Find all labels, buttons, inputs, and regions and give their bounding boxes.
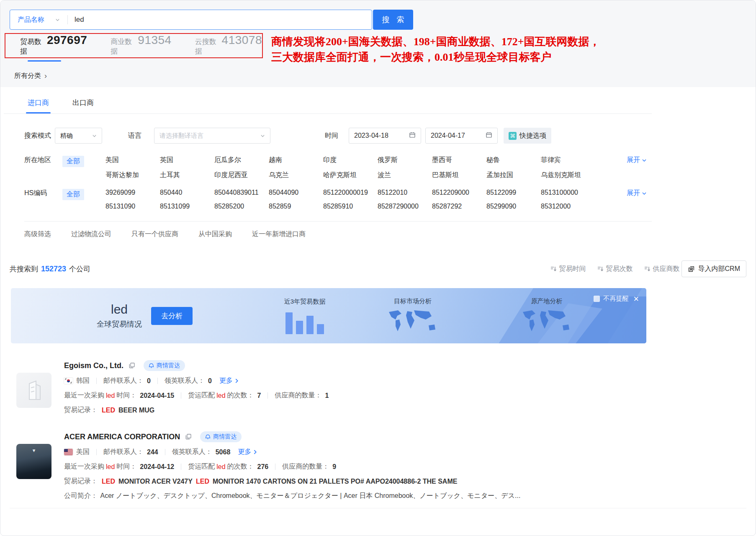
hs-code-item[interactable]: 852859 (269, 203, 323, 210)
breadcrumb[interactable]: 所有分类 › (14, 72, 746, 80)
region-item[interactable]: 美国 (105, 156, 160, 165)
analyze-button[interactable]: 去分析 (151, 307, 193, 325)
match-count: 7 (257, 392, 261, 399)
hs-code-item[interactable]: 85285200 (214, 203, 269, 210)
sort-label: 贸易次数 (606, 265, 633, 273)
count-prefix: 共搜索到 (10, 264, 38, 274)
advanced-filter-item[interactable]: 从中国采购 (198, 230, 232, 239)
company-thumbnail[interactable] (16, 373, 51, 408)
tab-importer[interactable]: 进口商 (24, 95, 52, 113)
hs-code-item[interactable]: 85287290000 (378, 203, 432, 210)
stat-cloud-data[interactable]: 云搜数据 413078 (195, 34, 262, 58)
advanced-filter-item[interactable]: 只有一个供应商 (131, 230, 178, 239)
hs-grid: 3926909985044085044083901185044090851220… (105, 189, 595, 210)
sort-option[interactable]: 贸易次数 (597, 265, 633, 273)
region-item[interactable]: 俄罗斯 (378, 156, 432, 165)
stat-trade-data[interactable]: 贸易数据 297697 (20, 34, 87, 58)
keyword-highlight: led (106, 463, 115, 471)
quick-options-button[interactable]: ⌘ 快捷选项 (504, 128, 551, 144)
radar-icon (205, 434, 211, 440)
radar-badge[interactable]: 商情雷达 (200, 431, 242, 442)
region-all-pill[interactable]: 全部 (62, 156, 84, 167)
copy-icon[interactable] (185, 433, 192, 440)
hs-code-item[interactable]: 39269099 (105, 189, 160, 196)
language-select[interactable]: 请选择翻译语言 (154, 128, 270, 144)
hs-expand-link[interactable]: 展开 (627, 189, 647, 198)
hs-code-item[interactable]: 85044090 (269, 189, 323, 196)
region-expand-link[interactable]: 展开 (627, 156, 647, 165)
region-item[interactable]: 哈萨克斯坦 (323, 171, 378, 180)
sort-option[interactable]: 供应商数 (644, 265, 680, 273)
region-item[interactable]: 波兰 (378, 171, 432, 180)
region-item[interactable]: 英国 (160, 156, 214, 165)
results-header: 共搜索到 152723 个公司 贸易时间 贸易次数 供应商数 (10, 260, 746, 277)
region-item[interactable]: 哥斯达黎加 (105, 171, 160, 180)
origin-title: 原产地分析 (505, 297, 589, 305)
hs-code-item[interactable]: 85285910 (323, 203, 378, 210)
search-box: 产品名称 (10, 10, 372, 30)
stat-business-data[interactable]: 商业数据 91354 (111, 34, 171, 58)
search-input[interactable] (68, 15, 372, 24)
region-item[interactable]: 土耳其 (160, 171, 214, 180)
radar-badge[interactable]: 商情雷达 (144, 360, 185, 371)
company-main: Egoism Co., Ltd. 商情雷达 韩国 邮件联系人： (64, 360, 746, 415)
hs-code-item[interactable]: 85122099 (486, 189, 541, 196)
region-item[interactable]: 秘鲁 (486, 156, 541, 165)
more-link[interactable]: 更多 (238, 448, 258, 456)
company-name[interactable]: Egoism Co., Ltd. (64, 361, 123, 370)
hs-code-item[interactable]: 85299090 (486, 203, 541, 210)
hs-code-item[interactable]: 85287292 (432, 203, 486, 210)
search-mode-select[interactable]: 精确 (55, 128, 102, 144)
email-contacts-value: 244 (147, 448, 158, 456)
record-label: 贸易记录： (64, 477, 98, 486)
hs-code-item[interactable]: 851220000019 (323, 189, 378, 196)
hs-row-1: 3926909985044085044083901185044090851220… (105, 189, 595, 196)
hs-code-item[interactable]: 850440839011 (214, 189, 269, 196)
hs-code-item[interactable]: 8513100000 (541, 189, 595, 196)
import-icon (688, 265, 695, 273)
more-link[interactable]: 更多 (219, 376, 239, 385)
date-from-input[interactable]: 2023-04-18 (349, 128, 421, 144)
hs-code-item[interactable]: 85131090 (105, 203, 160, 210)
company-thumbnail[interactable]: ▾ (16, 444, 51, 479)
dismiss-checkbox[interactable] (594, 296, 600, 302)
chevron-down-icon (260, 134, 265, 138)
hs-all-pill[interactable]: 全部 (62, 189, 84, 200)
region-item[interactable]: 乌兹别克斯坦 (541, 171, 595, 180)
trade-record-row: 贸易记录： LED MONITOR ACER V247Y LED MONITOR… (64, 477, 746, 486)
company-name[interactable]: ACER AMERICA CORPORATION (64, 433, 180, 441)
close-icon[interactable]: × (633, 296, 639, 302)
region-item[interactable]: 菲律宾 (541, 156, 595, 165)
hs-code-item[interactable]: 85122010 (378, 189, 432, 196)
region-item[interactable]: 孟加拉国 (486, 171, 541, 180)
import-crm-button[interactable]: 导入内部CRM (681, 260, 746, 277)
region-item[interactable]: 印度 (323, 156, 378, 165)
separator (165, 449, 165, 455)
tab-exporter[interactable]: 出口商 (69, 95, 97, 113)
region-item[interactable]: 厄瓜多尔 (214, 156, 269, 165)
advanced-filter-item[interactable]: 过滤物流公司 (71, 230, 111, 239)
advanced-filter-item[interactable]: 近一年新增进口商 (252, 230, 306, 239)
record-keyword: LED (102, 407, 115, 414)
calendar-icon (409, 131, 416, 140)
hs-code-item[interactable]: 8512209000 (432, 189, 486, 196)
date-to-input[interactable]: 2024-04-17 (425, 128, 498, 144)
region-item[interactable]: 巴基斯坦 (432, 171, 486, 180)
search-category-dropdown[interactable]: 产品名称 (10, 15, 67, 24)
hs-code-item[interactable]: 85131099 (160, 203, 214, 210)
region-item[interactable]: 墨西哥 (432, 156, 486, 165)
copy-icon[interactable] (129, 362, 135, 369)
region-item[interactable]: 乌克兰 (269, 171, 323, 180)
separator (267, 392, 268, 399)
region-item[interactable]: 印度尼西亚 (214, 171, 269, 180)
hs-code-item[interactable]: 85312000 (541, 203, 595, 210)
advanced-filter-item[interactable]: 高级筛选 (24, 230, 51, 239)
sort-option[interactable]: 贸易时间 (550, 265, 586, 273)
region-item[interactable]: 越南 (269, 156, 323, 165)
record-keyword: LED (196, 478, 209, 485)
world-map-icon (519, 309, 574, 335)
region-grid: 美国英国厄瓜多尔越南印度俄罗斯墨西哥秘鲁菲律宾 哥斯达黎加土耳其印度尼西亚乌克兰… (105, 156, 595, 180)
supplier-label: 供应商的数量： (282, 462, 329, 471)
hs-code-item[interactable]: 850440 (160, 189, 214, 196)
search-button[interactable]: 搜 索 (373, 10, 413, 30)
